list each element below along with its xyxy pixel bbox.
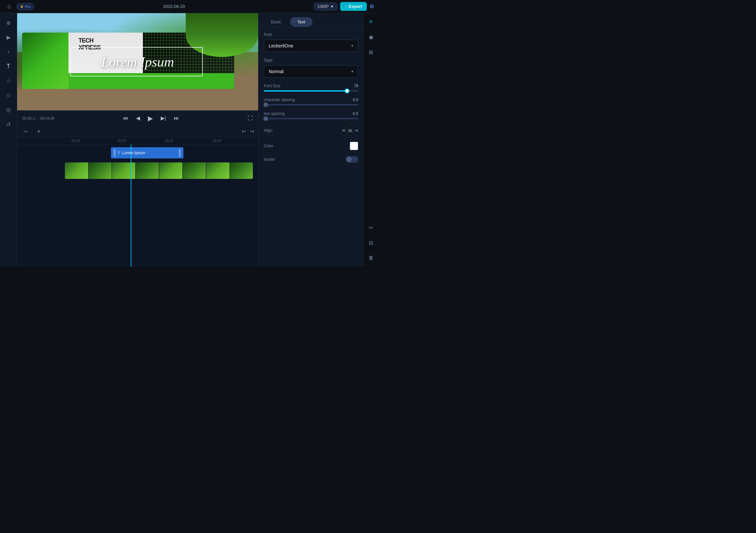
sidebar-add-icon[interactable]: ⊕ <box>2 16 15 29</box>
left-sidebar: ⊕ ▶ ♪ T ☆ ☺ ◎ ↺ <box>0 13 17 266</box>
style-label: Style <box>264 58 358 63</box>
undo-button[interactable]: ↩ <box>242 128 246 134</box>
font-chevron-icon: ▾ <box>351 43 353 48</box>
char-spacing-label: character spacing <box>264 98 295 102</box>
topbar: ⌂ ♛ Pro 2022-06-20 1080P ▼ ↑ Export ⚙ <box>0 0 378 13</box>
trim-tool-icon[interactable]: ↦ <box>21 127 30 136</box>
clip-left-handle[interactable] <box>114 149 116 157</box>
color-swatch[interactable] <box>350 142 358 150</box>
delete-icon[interactable]: 🗑 <box>366 253 376 263</box>
video-frame: TECHXPRESS Lorem Ipsum <box>17 13 258 110</box>
align-left-button[interactable]: ≡ <box>342 125 345 136</box>
video-track-row <box>65 161 258 180</box>
char-spacing-thumb[interactable] <box>263 102 268 107</box>
speed-icon[interactable]: ◉ <box>366 32 376 42</box>
play-button[interactable]: ▶ <box>147 113 154 124</box>
border-toggle-knob <box>346 157 352 162</box>
style-dropdown[interactable]: Normal ▾ <box>264 65 358 78</box>
right-panel: Basic Text Font LeckerliOne ▾ Style Norm… <box>258 13 364 266</box>
panel-tabs: Basic Text <box>258 13 364 27</box>
ruler-mark-28: 00:28 <box>71 139 80 143</box>
export-label: Export <box>349 4 362 9</box>
video-thumbnails <box>65 162 253 179</box>
border-label: border <box>264 157 275 162</box>
font-size-fill <box>264 90 347 92</box>
align-section: Align ≡ ⊞ ≡ <box>264 125 358 136</box>
properties-icon[interactable]: ≡ <box>366 16 376 27</box>
sidebar-text-icon[interactable]: T <box>2 60 15 72</box>
thumb-3 <box>112 162 135 179</box>
thumb-2 <box>89 162 112 179</box>
border-section: border <box>264 156 358 163</box>
panel-content: Font LeckerliOne ▾ Style Normal ▾ Font S… <box>258 27 364 266</box>
line-spacing-thumb[interactable] <box>263 116 268 121</box>
timeline-toolbar: ↦ ✦ ↩ ↪ <box>17 126 258 137</box>
tab-text[interactable]: Text <box>290 17 312 27</box>
color-row: Color <box>264 142 358 150</box>
magnet-tool-icon[interactable]: ✦ <box>34 127 43 136</box>
font-dropdown[interactable]: LeckerliOne ▾ <box>264 40 358 52</box>
far-right-panel: ≡ ◉ ⊞ ✂ ⊟ 🗑 <box>364 13 378 266</box>
tab-basic[interactable]: Basic <box>264 17 289 27</box>
font-size-thumb[interactable] <box>345 89 349 93</box>
copy-icon[interactable]: ⊟ <box>366 238 376 248</box>
font-size-row: Font Size 78 <box>264 84 358 88</box>
font-size-label: Font Size <box>264 84 281 88</box>
text-track-row: T Lorem Ipsum <box>65 146 258 160</box>
style-value: Normal <box>269 69 284 74</box>
current-time: 00:30 <box>22 116 32 120</box>
center-area: TECHXPRESS Lorem Ipsum <box>17 13 258 266</box>
sidebar-media-icon[interactable]: ▶ <box>2 31 15 43</box>
pro-badge[interactable]: ♛ Pro <box>16 3 34 10</box>
resolution-selector[interactable]: 1080P ▼ <box>314 3 338 11</box>
font-size-value: 78 <box>348 84 358 88</box>
line-spacing-slider[interactable] <box>264 118 358 119</box>
current-time-display: 00:30.22 | 00:34.00 <box>22 116 54 120</box>
color-label: Color <box>264 144 273 148</box>
playhead[interactable] <box>131 145 131 266</box>
project-date: 2022-06-20 <box>34 4 314 9</box>
step-forward-button[interactable]: ▶| <box>159 114 167 123</box>
redo-button[interactable]: ↪ <box>250 128 254 134</box>
truck-cab <box>22 33 69 89</box>
font-size-slider[interactable] <box>264 90 358 92</box>
align-row-label: Align ≡ ⊞ ≡ <box>264 125 358 136</box>
align-buttons: ≡ ⊞ ≡ <box>342 125 358 136</box>
sidebar-elements-icon[interactable]: ◎ <box>2 103 15 116</box>
playback-bar: 00:30.22 | 00:34.00 ⏮ ◀ ▶ ▶| ⏭ ⛶ <box>17 110 258 126</box>
skip-to-start-button[interactable]: ⏮ <box>122 114 129 123</box>
step-back-button[interactable]: ◀ <box>135 114 141 123</box>
line-spacing-value: 0.0 <box>348 111 358 116</box>
sidebar-effects-icon[interactable]: ☆ <box>2 74 15 87</box>
ruler-mark-32: 00:32 <box>165 139 174 143</box>
export-button[interactable]: ↑ Export <box>340 2 367 11</box>
filter-icon[interactable]: ⚙ <box>369 3 374 10</box>
line-spacing-row: line spacing 0.0 <box>264 111 358 116</box>
clip-right-handle[interactable] <box>179 149 181 157</box>
skip-to-end-button[interactable]: ⏭ <box>173 114 180 123</box>
align-center-button[interactable]: ⊞ <box>348 125 352 136</box>
font-section: Font LeckerliOne ▾ <box>264 32 358 52</box>
align-label: Align <box>264 128 273 133</box>
text-clip-label: Lorem Ipsum <box>122 151 145 155</box>
align-right-button[interactable]: ≡ <box>355 125 358 136</box>
line-spacing-section: line spacing 0.0 <box>264 111 358 119</box>
char-spacing-slider[interactable] <box>264 104 358 105</box>
tree-foliage <box>186 13 258 57</box>
sidebar-audio-icon[interactable]: ♪ <box>2 45 15 58</box>
video-preview[interactable]: TECHXPRESS Lorem Ipsum <box>17 13 258 110</box>
sidebar-transitions-icon[interactable]: ↺ <box>2 118 15 130</box>
timeline-content: T Lorem Ipsum <box>17 145 258 266</box>
text-clip[interactable]: T Lorem Ipsum <box>111 147 183 158</box>
sidebar-emoji-icon[interactable]: ☺ <box>2 89 15 101</box>
text-clip-icon: T <box>118 151 120 155</box>
ruler-mark-30: 00:30 <box>118 139 126 143</box>
home-icon[interactable]: ⌂ <box>4 1 14 12</box>
border-toggle[interactable] <box>346 156 358 163</box>
fullscreen-button[interactable]: ⛶ <box>248 115 253 121</box>
thumb-1 <box>65 162 88 179</box>
font-label: Font <box>264 32 358 37</box>
style-chevron-icon: ▾ <box>351 69 353 74</box>
animation-icon[interactable]: ⊞ <box>366 47 376 57</box>
cut-icon[interactable]: ✂ <box>366 222 376 233</box>
